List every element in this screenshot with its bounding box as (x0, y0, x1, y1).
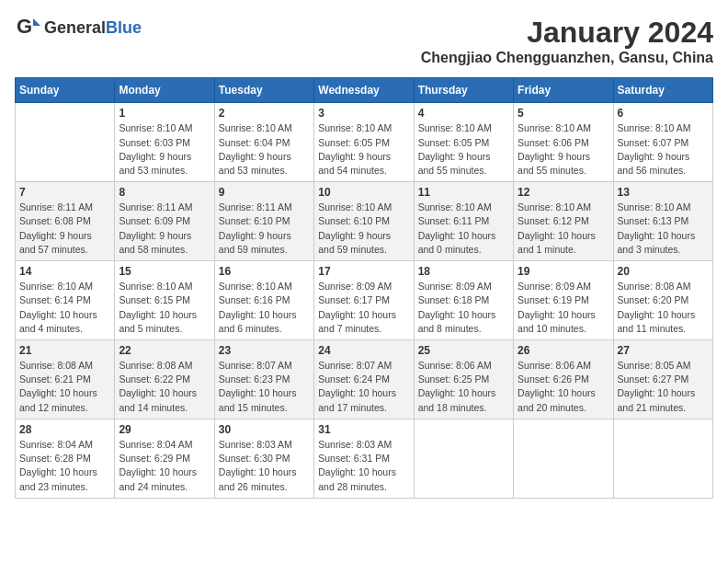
day-number: 14 (19, 265, 110, 278)
calendar-cell: 31Sunrise: 8:03 AMSunset: 6:31 PMDayligh… (314, 419, 414, 498)
header: G GeneralBlue January 2024 Chengjiao Che… (15, 15, 713, 66)
header-cell-sunday: Sunday (16, 78, 115, 103)
week-row-2: 7Sunrise: 8:11 AMSunset: 6:08 PMDaylight… (16, 182, 713, 261)
calendar-cell: 4Sunrise: 8:10 AMSunset: 6:05 PMDaylight… (414, 103, 513, 182)
calendar-cell: 14Sunrise: 8:10 AMSunset: 6:14 PMDayligh… (16, 261, 115, 340)
calendar-body: 1Sunrise: 8:10 AMSunset: 6:03 PMDaylight… (16, 103, 713, 498)
calendar-cell: 5Sunrise: 8:10 AMSunset: 6:06 PMDaylight… (514, 103, 613, 182)
day-info: Sunrise: 8:10 AMSunset: 6:05 PMDaylight:… (318, 121, 409, 178)
calendar-cell: 1Sunrise: 8:10 AMSunset: 6:03 PMDaylight… (115, 103, 214, 182)
header-cell-tuesday: Tuesday (214, 78, 313, 103)
calendar-cell: 27Sunrise: 8:05 AMSunset: 6:27 PMDayligh… (613, 340, 712, 419)
calendar-cell: 13Sunrise: 8:10 AMSunset: 6:13 PMDayligh… (613, 182, 712, 261)
day-info: Sunrise: 8:10 AMSunset: 6:12 PMDaylight:… (518, 201, 609, 257)
calendar-cell: 6Sunrise: 8:10 AMSunset: 6:07 PMDaylight… (613, 103, 712, 182)
day-number: 3 (318, 107, 409, 120)
day-info: Sunrise: 8:08 AMSunset: 6:21 PMDaylight:… (19, 359, 110, 415)
day-number: 29 (119, 423, 210, 436)
header-cell-wednesday: Wednesday (314, 78, 414, 103)
calendar-cell: 23Sunrise: 8:07 AMSunset: 6:23 PMDayligh… (214, 340, 313, 419)
day-info: Sunrise: 8:08 AMSunset: 6:20 PMDaylight:… (618, 280, 709, 336)
day-info: Sunrise: 8:04 AMSunset: 6:28 PMDaylight:… (19, 438, 110, 494)
day-number: 28 (19, 423, 110, 436)
day-number: 7 (19, 186, 110, 199)
header-cell-monday: Monday (115, 78, 214, 103)
calendar-cell: 24Sunrise: 8:07 AMSunset: 6:24 PMDayligh… (314, 340, 414, 419)
day-info: Sunrise: 8:07 AMSunset: 6:23 PMDaylight:… (219, 359, 310, 415)
day-number: 19 (518, 265, 609, 278)
svg-marker-1 (33, 18, 40, 26)
day-number: 1 (119, 107, 210, 120)
week-row-5: 28Sunrise: 8:04 AMSunset: 6:28 PMDayligh… (16, 419, 713, 498)
day-info: Sunrise: 8:03 AMSunset: 6:30 PMDaylight:… (219, 438, 310, 494)
calendar-cell: 25Sunrise: 8:06 AMSunset: 6:25 PMDayligh… (414, 340, 513, 419)
day-number: 31 (318, 423, 409, 436)
calendar-cell: 30Sunrise: 8:03 AMSunset: 6:30 PMDayligh… (214, 419, 313, 498)
week-row-1: 1Sunrise: 8:10 AMSunset: 6:03 PMDaylight… (16, 103, 713, 182)
calendar-cell (514, 419, 613, 498)
day-info: Sunrise: 8:10 AMSunset: 6:15 PMDaylight:… (119, 280, 210, 336)
day-number: 13 (618, 186, 709, 199)
calendar-cell: 21Sunrise: 8:08 AMSunset: 6:21 PMDayligh… (16, 340, 115, 419)
calendar-cell (16, 103, 115, 182)
day-info: Sunrise: 8:08 AMSunset: 6:22 PMDaylight:… (119, 359, 210, 415)
day-number: 11 (418, 186, 509, 199)
day-number: 12 (518, 186, 609, 199)
day-number: 30 (219, 423, 310, 436)
calendar-cell: 11Sunrise: 8:10 AMSunset: 6:11 PMDayligh… (414, 182, 513, 261)
day-info: Sunrise: 8:09 AMSunset: 6:18 PMDaylight:… (418, 280, 509, 336)
day-number: 8 (119, 186, 210, 199)
day-number: 24 (318, 344, 409, 357)
day-info: Sunrise: 8:05 AMSunset: 6:27 PMDaylight:… (618, 359, 709, 415)
calendar-cell: 18Sunrise: 8:09 AMSunset: 6:18 PMDayligh… (414, 261, 513, 340)
week-row-4: 21Sunrise: 8:08 AMSunset: 6:21 PMDayligh… (16, 340, 713, 419)
header-cell-saturday: Saturday (613, 78, 712, 103)
calendar-cell (613, 419, 712, 498)
day-info: Sunrise: 8:10 AMSunset: 6:10 PMDaylight:… (318, 201, 409, 257)
day-number: 15 (119, 265, 210, 278)
day-number: 27 (618, 344, 709, 357)
day-info: Sunrise: 8:10 AMSunset: 6:05 PMDaylight:… (418, 121, 509, 178)
calendar-table: SundayMondayTuesdayWednesdayThursdayFrid… (15, 77, 713, 498)
header-cell-thursday: Thursday (414, 78, 513, 103)
day-number: 18 (418, 265, 509, 278)
calendar-cell: 20Sunrise: 8:08 AMSunset: 6:20 PMDayligh… (613, 261, 712, 340)
day-info: Sunrise: 8:09 AMSunset: 6:19 PMDaylight:… (518, 280, 609, 336)
calendar-cell: 7Sunrise: 8:11 AMSunset: 6:08 PMDaylight… (16, 182, 115, 261)
subtitle: Chengjiao Chengguanzhen, Gansu, China (421, 50, 713, 66)
logo-general: General (44, 18, 106, 37)
day-info: Sunrise: 8:10 AMSunset: 6:03 PMDaylight:… (119, 121, 210, 178)
calendar-cell: 29Sunrise: 8:04 AMSunset: 6:29 PMDayligh… (115, 419, 214, 498)
day-info: Sunrise: 8:10 AMSunset: 6:06 PMDaylight:… (518, 121, 609, 178)
calendar-cell: 9Sunrise: 8:11 AMSunset: 6:10 PMDaylight… (214, 182, 313, 261)
day-info: Sunrise: 8:11 AMSunset: 6:09 PMDaylight:… (119, 201, 210, 257)
main-title: January 2024 (421, 15, 713, 50)
calendar-cell: 28Sunrise: 8:04 AMSunset: 6:28 PMDayligh… (16, 419, 115, 498)
calendar-cell: 8Sunrise: 8:11 AMSunset: 6:09 PMDaylight… (115, 182, 214, 261)
day-info: Sunrise: 8:06 AMSunset: 6:26 PMDaylight:… (518, 359, 609, 415)
calendar-cell: 3Sunrise: 8:10 AMSunset: 6:05 PMDaylight… (314, 103, 414, 182)
day-info: Sunrise: 8:10 AMSunset: 6:13 PMDaylight:… (618, 201, 709, 257)
day-number: 16 (219, 265, 310, 278)
calendar-cell (414, 419, 513, 498)
day-info: Sunrise: 8:10 AMSunset: 6:11 PMDaylight:… (418, 201, 509, 257)
day-number: 9 (219, 186, 310, 199)
calendar-cell: 17Sunrise: 8:09 AMSunset: 6:17 PMDayligh… (314, 261, 414, 340)
calendar-cell: 12Sunrise: 8:10 AMSunset: 6:12 PMDayligh… (514, 182, 613, 261)
day-info: Sunrise: 8:11 AMSunset: 6:08 PMDaylight:… (19, 201, 110, 257)
calendar-cell: 2Sunrise: 8:10 AMSunset: 6:04 PMDaylight… (214, 103, 313, 182)
day-info: Sunrise: 8:03 AMSunset: 6:31 PMDaylight:… (318, 438, 409, 494)
logo-icon: G (15, 15, 40, 40)
logo: G GeneralBlue (15, 15, 142, 40)
header-cell-friday: Friday (514, 78, 613, 103)
day-info: Sunrise: 8:04 AMSunset: 6:29 PMDaylight:… (119, 438, 210, 494)
calendar-cell: 15Sunrise: 8:10 AMSunset: 6:15 PMDayligh… (115, 261, 214, 340)
calendar-cell: 10Sunrise: 8:10 AMSunset: 6:10 PMDayligh… (314, 182, 414, 261)
title-block: January 2024 Chengjiao Chengguanzhen, Ga… (421, 15, 713, 66)
calendar-header: SundayMondayTuesdayWednesdayThursdayFrid… (16, 78, 713, 103)
day-number: 22 (119, 344, 210, 357)
calendar-cell: 26Sunrise: 8:06 AMSunset: 6:26 PMDayligh… (514, 340, 613, 419)
day-number: 6 (618, 107, 709, 120)
day-info: Sunrise: 8:10 AMSunset: 6:07 PMDaylight:… (618, 121, 709, 178)
calendar-cell: 19Sunrise: 8:09 AMSunset: 6:19 PMDayligh… (514, 261, 613, 340)
